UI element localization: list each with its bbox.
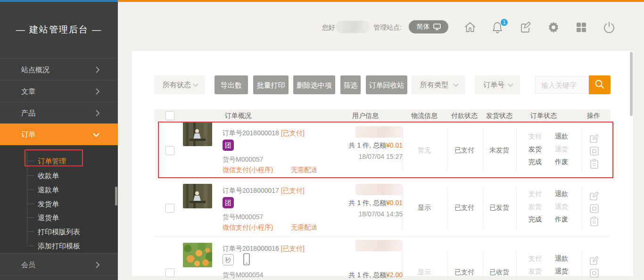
language-site-button[interactable]: 简体 bbox=[409, 20, 448, 33]
sidebar-item-products[interactable]: 产品 bbox=[0, 102, 118, 124]
sidebar-subitem-add-print-template[interactable]: 添加打印模板 bbox=[0, 239, 118, 253]
sidebar-item-site-overview[interactable]: 站点概况 bbox=[0, 58, 118, 81]
redacted-buyer-name bbox=[355, 184, 403, 195]
chevron-down-icon bbox=[508, 83, 513, 87]
sidebar-subitem-print-template-list[interactable]: 打印模版列表 bbox=[0, 225, 118, 239]
sidebar-subitem-label: 退款单 bbox=[38, 186, 59, 195]
user-info bbox=[297, 184, 403, 197]
sidebar-item-label: 会员 bbox=[21, 261, 35, 270]
return-link[interactable]: 退货 bbox=[550, 203, 573, 211]
compose-icon[interactable] bbox=[519, 21, 532, 34]
pay-link[interactable]: 支付 bbox=[523, 190, 547, 198]
sidebar-item-articles[interactable]: 文章 bbox=[0, 80, 118, 102]
order-state-links: 支付 退款 发货 退货 完成 作废 bbox=[523, 190, 573, 224]
tree-tick bbox=[27, 189, 34, 190]
order-detail-icon[interactable] bbox=[589, 216, 600, 227]
power-icon[interactable] bbox=[603, 21, 616, 34]
edit-order-icon[interactable] bbox=[589, 190, 600, 201]
return-link[interactable]: 退货 bbox=[550, 267, 573, 276]
qty-total-label: 共 1 件, 总额 bbox=[349, 271, 386, 279]
order-number-line: 订单号2018000016 [已支付] bbox=[223, 245, 305, 253]
complete-link[interactable]: 完成 bbox=[523, 215, 547, 224]
orders-panel: 所有状态 导出数据 批量打印 删除选中项 筛选 订单回收站 所有类型 订单号 订… bbox=[132, 51, 633, 276]
row-checkbox[interactable] bbox=[165, 204, 174, 213]
content-scrollbar[interactable] bbox=[630, 52, 633, 116]
type-filter-value: 所有类型 bbox=[420, 81, 448, 90]
payment-method-line: 微信支付(小程序) 无需配送 bbox=[223, 223, 317, 232]
item-number: 货号M000057 bbox=[223, 213, 263, 222]
batch-print-button[interactable]: 批量打印 bbox=[253, 75, 289, 94]
order-number-line: 订单号2018000017 [已支付] bbox=[223, 187, 305, 195]
order-datetime: 18/07/04 14:35 bbox=[297, 210, 403, 218]
order-state-links: 支付 退款 发货 退货 bbox=[523, 255, 573, 276]
sidebar-item-orders[interactable]: 订单 bbox=[0, 124, 118, 145]
order-row: 订单号2018000016 [已支付] 秒 货号M000054 共 1 件, 总… bbox=[132, 237, 633, 280]
item-number: 货号M000054 bbox=[223, 271, 263, 280]
pay-link[interactable]: 支付 bbox=[523, 255, 547, 263]
refund-link[interactable]: 退款 bbox=[550, 255, 573, 263]
notification-badge: 1 bbox=[501, 19, 508, 26]
admin-window: — 建站管理后台 — 站点概况 文章 产品 订单 订单管理 收款单 bbox=[0, 0, 644, 280]
tree-tick bbox=[27, 204, 34, 204]
type-filter-dropdown[interactable]: 所有类型 bbox=[412, 75, 465, 94]
search-field-dropdown[interactable]: 订单号 bbox=[475, 75, 520, 94]
sidebar-item-label: 产品 bbox=[21, 109, 35, 118]
sidebar-item-members[interactable]: 会员 bbox=[0, 254, 118, 276]
row-actions bbox=[584, 255, 604, 280]
delete-selected-button[interactable]: 删除选中项 bbox=[293, 75, 335, 94]
refund-link[interactable]: 退款 bbox=[550, 190, 573, 198]
order-recycle-bin-button[interactable]: 订单回收站 bbox=[366, 75, 407, 94]
sidebar-item-label: 订单 bbox=[21, 130, 35, 139]
sidebar-subitem-receipts[interactable]: 收款单 bbox=[0, 169, 118, 182]
copy-order-icon[interactable] bbox=[589, 203, 600, 214]
sidebar-subitem-return-orders[interactable]: 退货单 bbox=[0, 211, 118, 224]
product-image[interactable] bbox=[183, 243, 212, 267]
search-field-value: 订单号 bbox=[483, 81, 504, 90]
chevron-down-icon bbox=[193, 83, 198, 87]
filter-button[interactable]: 筛选 bbox=[340, 75, 361, 94]
select-all-checkbox[interactable] bbox=[165, 111, 174, 120]
edit-order-icon[interactable] bbox=[589, 255, 600, 266]
annotation-box-first-order-row bbox=[158, 122, 613, 178]
sidebar-subitem-shipping-orders[interactable]: 发货单 bbox=[0, 198, 118, 211]
divider bbox=[0, 275, 118, 276]
chevron-right-icon bbox=[95, 88, 100, 95]
row-checkbox[interactable] bbox=[165, 268, 174, 277]
ship-link[interactable]: 发货 bbox=[523, 267, 547, 276]
void-link[interactable]: 作废 bbox=[550, 215, 573, 224]
order-row: 订单号2018000017 [已支付] 团 货号M000057 微信支付(小程序… bbox=[132, 179, 633, 237]
tree-tick bbox=[27, 231, 34, 232]
qty-total-label: 共 1 件, 总额 bbox=[349, 199, 386, 206]
sidebar-subitem-label: 打印模版列表 bbox=[38, 228, 80, 237]
copy-order-icon[interactable] bbox=[589, 268, 600, 279]
keyword-input[interactable] bbox=[535, 76, 589, 94]
tree-tick bbox=[27, 175, 34, 176]
chevron-down-icon bbox=[453, 83, 459, 87]
chevron-right-icon bbox=[95, 109, 100, 117]
table-header: 订单概况 用户信息 物流信息 付款状态 发货状态 订单状态 操作 bbox=[154, 109, 611, 122]
flash-sale-badge: 秒 bbox=[223, 254, 234, 265]
order-number: 订单号2018000017 bbox=[223, 187, 279, 194]
ship-link[interactable]: 发货 bbox=[523, 203, 547, 211]
apps-grid-icon[interactable] bbox=[575, 21, 588, 34]
order-summary: 共 1 件, 总额¥2.00 bbox=[297, 271, 403, 280]
home-icon[interactable] bbox=[463, 21, 477, 34]
sidebar-item-label: 站点概况 bbox=[21, 66, 50, 74]
group-buy-badge: 团 bbox=[223, 197, 234, 208]
search-button[interactable] bbox=[589, 75, 611, 94]
product-image[interactable] bbox=[183, 184, 212, 208]
gear-icon[interactable] bbox=[547, 21, 560, 34]
tree-tick bbox=[27, 217, 34, 218]
export-data-button[interactable]: 导出数据 bbox=[215, 75, 248, 94]
search-icon bbox=[594, 79, 605, 90]
status-filter-dropdown[interactable]: 所有状态 bbox=[154, 75, 205, 94]
chevron-down-icon bbox=[92, 132, 100, 137]
sidebar-scrollbar[interactable] bbox=[115, 187, 117, 206]
redacted-username bbox=[336, 21, 370, 33]
sidebar-subitem-refund-orders[interactable]: 退款单 bbox=[0, 183, 118, 197]
order-number: 订单号2018000016 bbox=[223, 245, 279, 252]
delivery-method: 无需配送 bbox=[291, 223, 317, 231]
row-actions bbox=[584, 190, 604, 229]
sidebar: — 建站管理后台 — 站点概况 文章 产品 订单 订单管理 收款单 bbox=[0, 2, 118, 280]
sidebar-item-label: 文章 bbox=[21, 87, 35, 96]
